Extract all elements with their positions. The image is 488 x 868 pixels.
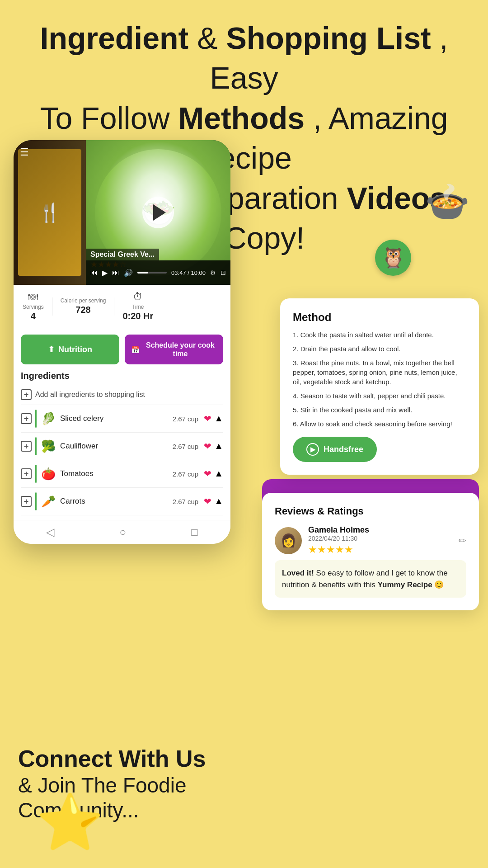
- heart-icon[interactable]: ❤: [204, 468, 211, 479]
- add-celery-icon[interactable]: +: [21, 413, 32, 424]
- time-info: ⏱ Time 0:20 Hr: [122, 291, 153, 321]
- celery-amount: 2.67 cup: [173, 415, 199, 423]
- review-stars: ★★★★★: [308, 544, 369, 556]
- hamburger-icon[interactable]: ☰: [20, 146, 29, 158]
- review-user: 👩 Gamela Holmes 2022/04/20 11:30 ★★★★★ ✏: [275, 525, 466, 556]
- rewind-button[interactable]: ⏮: [90, 269, 98, 277]
- diet-icon[interactable]: ▲: [214, 413, 223, 424]
- settings-icon[interactable]: ⚙: [210, 269, 216, 276]
- celery-emoji: 🥬: [41, 412, 56, 426]
- edit-icon[interactable]: ✏: [459, 535, 466, 546]
- add-all-label: Add all ingredients to shopping list: [35, 391, 145, 399]
- diet-icon[interactable]: ▲: [214, 468, 223, 479]
- ingredient-divider: [35, 492, 37, 510]
- reviews-title: Reviews & Ratings: [275, 505, 466, 517]
- reviewer-avatar: 👩: [275, 527, 302, 554]
- method-step-5: 5. Stir in the cooked pasta and mix well…: [293, 405, 466, 415]
- method-title: Method: [293, 311, 466, 324]
- fullscreen-icon[interactable]: ⊡: [221, 269, 226, 276]
- cauliflower-emoji: 🥦: [41, 439, 56, 453]
- time-value: 0:20 Hr: [122, 311, 153, 321]
- cauliflower-name: Cauliflower: [60, 442, 173, 451]
- divider-2: [114, 297, 114, 316]
- review-loved: Loved it!: [282, 569, 314, 577]
- add-carrots-icon[interactable]: +: [21, 496, 32, 507]
- header-methods: Methods: [178, 101, 305, 135]
- header-shopping: Shopping List: [226, 21, 431, 55]
- add-all-row[interactable]: + Add all ingredients to shopping list: [21, 385, 223, 405]
- ingredients-section: Ingredients + Add all ingredients to sho…: [14, 371, 230, 520]
- food-thumbnail: 🍴: [18, 149, 81, 276]
- fork-decoration: 🍴: [38, 202, 61, 223]
- calendar-icon: 📅: [131, 345, 140, 354]
- method-step-2: 2. Drain the pasta and allow to cool.: [293, 344, 466, 354]
- calories-label: Calorie per serving: [61, 297, 106, 304]
- tomatoes-amount: 2.67 cup: [173, 470, 199, 478]
- add-all-icon: +: [21, 389, 32, 400]
- method-card: Method 1. Cook the pasta in salted water…: [280, 298, 479, 475]
- servings-icon: 🍽: [28, 291, 38, 303]
- header-ingredient: Ingredient: [40, 21, 189, 55]
- nav-bar: ◁ ○ □: [14, 520, 230, 544]
- method-step-4: 4. Season to taste with salt, pepper and…: [293, 391, 466, 401]
- ingredient-row: + 🍅 Tomatoes 2.67 cup ❤ ▲: [21, 460, 223, 488]
- tomatoes-name: Tomatoes: [60, 469, 173, 478]
- divider-1: [52, 297, 52, 316]
- reviews-card: Reviews & Ratings 👩 Gamela Holmes 2022/0…: [262, 493, 479, 610]
- review-text: Loved it! So easy to follow and I get to…: [275, 560, 466, 598]
- ingredient-row: + 🥕 Carrots 2.67 cup ❤ ▲: [21, 488, 223, 515]
- add-cauliflower-icon[interactable]: +: [21, 441, 32, 452]
- video-time: 03:47 / 10:00: [171, 269, 206, 276]
- review-yummy: Yummy Recipe: [378, 580, 432, 589]
- phone-mockup: ☰ 🍴 🥗 Special Greek Ve... ★★★★☆ ⏮ ▶ ⏭ 🔊: [14, 140, 230, 544]
- review-date: 2022/04/20 11:30: [308, 535, 369, 542]
- calories-value: 728: [75, 305, 90, 315]
- calories-info: Calorie per serving 728: [61, 297, 106, 315]
- back-nav-button[interactable]: ◁: [46, 526, 54, 538]
- play-pause-button[interactable]: ▶: [102, 269, 108, 277]
- diet-icon[interactable]: ▲: [214, 441, 223, 452]
- pot-illustration: 🍲: [425, 181, 470, 223]
- time-label: Time: [132, 304, 144, 310]
- home-nav-button[interactable]: ○: [119, 526, 126, 538]
- volume-button[interactable]: 🔊: [124, 269, 133, 277]
- nutrition-button[interactable]: ⬆ Nutrition: [21, 335, 119, 364]
- heart-icon[interactable]: ❤: [204, 496, 211, 507]
- diet-icon[interactable]: ▲: [214, 496, 223, 507]
- handsfree-button[interactable]: ▶ Handsfree: [293, 437, 377, 462]
- ingredient-divider: [35, 437, 37, 455]
- owl-badge: 🦉: [375, 240, 411, 276]
- carrots-emoji: 🥕: [41, 495, 56, 509]
- fast-forward-button[interactable]: ⏭: [112, 269, 119, 277]
- ingredient-divider: [35, 465, 37, 483]
- recent-nav-button[interactable]: □: [191, 526, 198, 538]
- celery-actions: ❤ ▲: [204, 413, 223, 424]
- cauliflower-amount: 2.67 cup: [173, 443, 199, 450]
- recipe-info-bar: 🍽 Servings 4 Calorie per serving 728 ⏱ T…: [14, 285, 230, 328]
- nutrition-icon: ⬆: [48, 344, 55, 354]
- servings-info: 🍽 Servings 4: [23, 291, 44, 321]
- add-tomatoes-icon[interactable]: +: [21, 468, 32, 479]
- method-step-1: 1. Cook the pasta in salted water until …: [293, 330, 466, 340]
- carrots-name: Carrots: [60, 497, 173, 506]
- progress-bar[interactable]: [137, 272, 167, 274]
- video-controls: ⏮ ▶ ⏭ 🔊 03:47 / 10:00 ⚙ ⊡: [86, 260, 230, 285]
- heart-icon[interactable]: ❤: [204, 441, 211, 452]
- ingredient-row: + 🥬 Sliced celery 2.67 cup ❤ ▲: [21, 405, 223, 433]
- heart-icon[interactable]: ❤: [204, 413, 211, 424]
- carrots-amount: 2.67 cup: [173, 498, 199, 505]
- tomatoes-emoji: 🍅: [41, 467, 56, 481]
- schedule-button[interactable]: 📅 Schedule your cook time: [125, 335, 223, 364]
- cauliflower-actions: ❤ ▲: [204, 441, 223, 452]
- play-circle-icon: ▶: [306, 443, 319, 456]
- method-step-6: 6. Allow to soak and check seasoning bef…: [293, 419, 466, 429]
- connect-title: Connect With Us: [18, 745, 206, 773]
- owl-icon: 🦉: [375, 240, 411, 276]
- reviewer-name: Gamela Holmes: [308, 525, 369, 535]
- method-step-3: 3. Roast the pine nuts. In a bowl, mix t…: [293, 358, 466, 387]
- reviewer-info: Gamela Holmes 2022/04/20 11:30 ★★★★★: [308, 525, 369, 556]
- ingredient-row: + 🥦 Cauliflower 2.67 cup ❤ ▲: [21, 433, 223, 460]
- ingredients-title: Ingredients: [21, 371, 223, 381]
- play-button[interactable]: [142, 197, 174, 228]
- progress-fill: [137, 272, 148, 274]
